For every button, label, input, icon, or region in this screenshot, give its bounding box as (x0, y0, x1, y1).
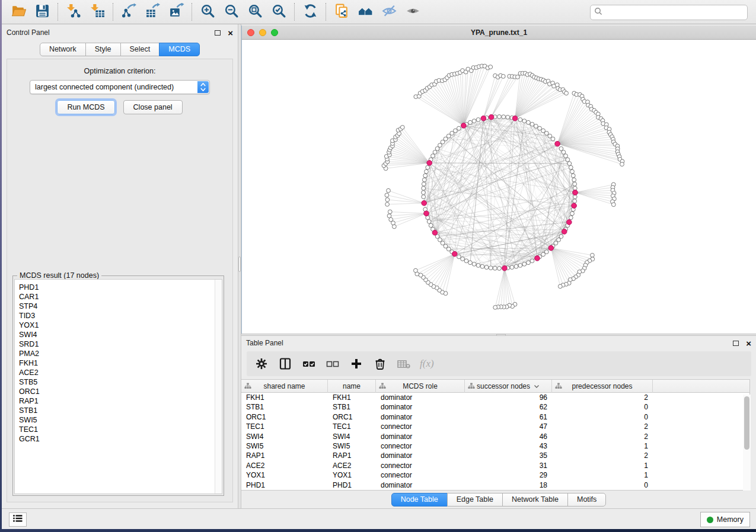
mcds-result-group: MCDS result (17 nodes) PHD1CAR1STP4TID3Y… (12, 275, 224, 496)
mcds-result-item[interactable]: FKH1 (15, 358, 222, 368)
close-window-icon[interactable] (247, 29, 254, 36)
save-icon (34, 3, 50, 21)
float-panel-icon[interactable] (215, 30, 221, 36)
delete-table-icon[interactable] (396, 356, 412, 371)
tab-motifs[interactable]: Motifs (567, 493, 606, 507)
table-cell: 29 (470, 470, 547, 480)
memory-button[interactable]: Memory (700, 512, 750, 527)
mcds-result-item[interactable]: TEC1 (15, 425, 222, 434)
mcds-result-item[interactable]: PHD1 (15, 283, 222, 292)
zoom-selected-button[interactable] (267, 2, 291, 22)
mcds-result-item[interactable]: STB5 (15, 377, 222, 387)
save-session-button[interactable] (30, 2, 54, 22)
close-panel-icon[interactable]: × (746, 339, 751, 348)
refresh-button[interactable] (298, 2, 322, 22)
export-network-button[interactable] (117, 2, 141, 22)
table-row[interactable]: SWI4SWI4dominator462 (241, 432, 749, 441)
tab-style[interactable]: Style (85, 43, 121, 56)
splitter-grip[interactable] (238, 257, 241, 272)
maximize-window-icon[interactable] (271, 29, 278, 36)
table-scrollbar-thumb[interactable] (744, 396, 749, 450)
column-header[interactable]: shared name (241, 380, 328, 393)
tab-node-table[interactable]: Node Table (391, 493, 448, 507)
delete-column-icon[interactable] (372, 356, 388, 371)
control-panel-title: Control Panel (7, 28, 50, 37)
deselect-all-icon[interactable] (325, 356, 340, 371)
table-row[interactable]: YOX1YOX1connector291 (241, 470, 749, 480)
show-columns-icon[interactable] (277, 356, 293, 371)
search-input[interactable] (605, 8, 744, 17)
table-cell: PHD1 (333, 480, 371, 490)
tab-mcds[interactable]: MCDS (159, 43, 200, 56)
mcds-result-item[interactable]: PMA2 (15, 349, 222, 358)
mcds-list-scrollbar[interactable] (215, 280, 222, 493)
tab-network[interactable]: Network (40, 43, 86, 56)
mcds-result-item[interactable]: STB1 (15, 406, 222, 415)
mcds-result-item[interactable]: SWI5 (15, 415, 222, 425)
table-row[interactable]: TEC1TEC1connector472 (241, 422, 749, 431)
table-cell: SWI4 (246, 432, 323, 441)
task-history-button[interactable] (9, 512, 27, 527)
copy-view-button[interactable] (330, 2, 353, 22)
table-cell: dominator (381, 480, 460, 490)
run-mcds-button[interactable]: Run MCDS (57, 100, 114, 114)
tab-select[interactable]: Select (120, 43, 160, 56)
mcds-result-item[interactable]: STP4 (15, 302, 222, 311)
import-table-button[interactable] (85, 2, 109, 22)
import-network-button[interactable] (62, 2, 85, 22)
first-neighbors-button[interactable] (353, 2, 377, 22)
refresh-icon (302, 3, 318, 21)
column-header[interactable]: predecessor nodes (552, 380, 653, 393)
zoom-out-button[interactable] (219, 2, 243, 22)
table-cell: ORC1 (333, 412, 371, 422)
table-cell: 96 (470, 393, 547, 402)
network-view-window: YPA_prune.txt_1 (241, 25, 756, 334)
open-file-button[interactable] (7, 2, 30, 22)
mcds-result-item[interactable]: GCR1 (15, 434, 222, 444)
zoom-in-button[interactable] (196, 2, 219, 22)
export-table-button[interactable] (141, 2, 164, 22)
table-row[interactable]: SWI5SWI5connector431 (241, 441, 749, 451)
mcds-result-item[interactable]: TID3 (15, 311, 222, 321)
mcds-result-item[interactable]: ACE2 (15, 368, 222, 377)
show-all-button[interactable] (401, 2, 425, 22)
table-row[interactable]: FKH1FKH1dominator962 (241, 393, 749, 402)
main-toolbar (2, 0, 756, 24)
tab-network-table[interactable]: Network Table (502, 493, 568, 507)
tab-edge-table[interactable]: Edge Table (447, 493, 503, 507)
close-panel-icon[interactable]: × (228, 28, 233, 37)
close-panel-button[interactable]: Close panel (123, 100, 183, 114)
mcds-result-item[interactable]: ORC1 (15, 387, 222, 396)
mcds-result-item[interactable]: YOX1 (15, 321, 222, 330)
table-row[interactable]: STB1STB1dominator620 (241, 402, 749, 412)
table-row[interactable]: ORC1ORC1dominator610 (241, 412, 749, 422)
function-builder-icon[interactable]: f(x) (420, 358, 434, 370)
column-header[interactable]: name (328, 380, 376, 393)
table-row[interactable]: ACE2ACE2connector311 (241, 461, 749, 470)
criterion-select[interactable]: largest connected component (undirected) (30, 80, 210, 94)
mcds-result-item[interactable]: RAP1 (15, 396, 222, 406)
minimize-window-icon[interactable] (259, 29, 266, 36)
mcds-result-item[interactable]: SRD1 (15, 339, 222, 349)
table-cell: dominator (381, 393, 460, 402)
column-header[interactable]: MCDS role (376, 380, 465, 393)
select-all-icon[interactable] (301, 356, 317, 371)
optimization-criterion-label: Optimization criterion: (7, 67, 232, 75)
add-column-icon[interactable] (349, 356, 364, 371)
status-bar: Memory (2, 508, 756, 529)
zoom-fit-button[interactable] (243, 2, 267, 22)
table-row[interactable]: PHD1PHD1dominator180 (241, 480, 749, 490)
table-row[interactable]: RAP1RAP1dominator352 (241, 451, 749, 460)
network-canvas[interactable] (242, 40, 756, 334)
export-image-button[interactable] (164, 2, 188, 22)
mcds-result-item[interactable]: CAR1 (15, 292, 222, 302)
right-stack: YPA_prune.txt_1 Table Panel × (241, 24, 756, 508)
float-panel-icon[interactable] (733, 341, 739, 346)
column-header[interactable]: successor nodes (465, 380, 552, 393)
network-graph[interactable] (242, 40, 756, 334)
mcds-result-item[interactable]: SWI4 (15, 330, 222, 339)
toolbar-separator (113, 3, 113, 21)
settings-gear-icon[interactable] (254, 356, 269, 371)
table-scrollbar[interactable] (743, 395, 751, 491)
hide-selected-button[interactable] (377, 2, 401, 22)
